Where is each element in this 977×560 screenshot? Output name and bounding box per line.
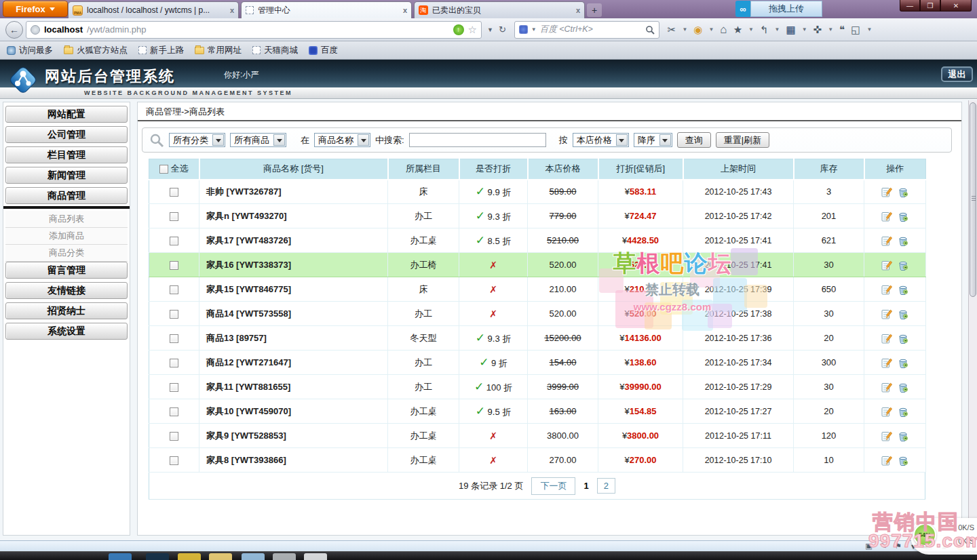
row-checkbox[interactable]	[170, 237, 178, 245]
address-bar[interactable]: localhost/ywt/admin.php ↑ ☆	[26, 21, 482, 39]
category-select[interactable]: 所有分类	[169, 133, 225, 147]
history-dropdown-icon[interactable]: ▼	[487, 26, 493, 33]
bookmarks-star-icon[interactable]: ★	[733, 24, 742, 36]
restore-button[interactable]: ❐	[920, 0, 940, 12]
delete-icon[interactable]	[898, 260, 908, 271]
delete-icon[interactable]	[898, 406, 908, 417]
row-checkbox[interactable]	[170, 456, 178, 465]
next-page-button[interactable]: 下一页	[531, 477, 575, 495]
edit-icon[interactable]	[881, 406, 892, 417]
chat-bubble-icon[interactable]: ❝	[839, 24, 845, 36]
sidebar-item-main[interactable]: 网站配置	[5, 106, 128, 123]
chevron-down-icon[interactable]: ▼	[775, 26, 780, 33]
search-engine-box[interactable]: ▼ 百度 <Ctrl+K>	[514, 21, 659, 39]
delete-icon[interactable]	[898, 431, 908, 441]
reset-refresh-button[interactable]: 重置|刷新	[716, 132, 769, 148]
row-checkbox[interactable]	[170, 261, 178, 270]
drag-upload-button[interactable]: 拖拽上传	[750, 1, 822, 17]
sidebar-item-main[interactable]: 栏目管理	[5, 146, 128, 163]
edit-icon[interactable]	[881, 308, 892, 319]
row-checkbox[interactable]	[170, 432, 178, 441]
row-checkbox[interactable]	[170, 334, 178, 343]
sidebar-item-main[interactable]: 公司管理	[5, 126, 128, 143]
query-button[interactable]: 查询	[677, 132, 711, 148]
sidebar-item-main[interactable]: 系统设置	[5, 323, 128, 340]
edit-icon[interactable]	[881, 455, 892, 466]
row-checkbox[interactable]	[170, 310, 178, 319]
search-icon[interactable]	[645, 25, 655, 35]
bookmark-tmall[interactable]: 天猫商城	[252, 45, 298, 56]
clipboard-icon[interactable]: ▤	[925, 542, 932, 551]
reload-icon[interactable]: ↻	[499, 24, 506, 35]
sort-field-select[interactable]: 本店价格	[573, 133, 629, 147]
edit-icon[interactable]	[881, 186, 892, 197]
undo-arrow-icon[interactable]: ↰	[760, 24, 769, 36]
crop-icon[interactable]: ◱	[851, 24, 860, 36]
chevron-down-icon[interactable]: ▼	[828, 26, 833, 33]
bookmark-baidu[interactable]: 百度	[309, 45, 338, 56]
row-checkbox[interactable]	[170, 359, 178, 367]
engine-dropdown-icon[interactable]: ▼	[531, 26, 537, 33]
tools-icon[interactable]: ✜	[813, 24, 822, 36]
sidebar-item-main[interactable]: 留言管理	[5, 262, 128, 279]
screenshot-icon[interactable]: ✂	[668, 24, 676, 36]
edit-icon[interactable]	[881, 284, 892, 295]
collapse-icon[interactable]: ▲	[940, 542, 948, 551]
firefox-status-icon[interactable]	[956, 542, 965, 551]
home-icon[interactable]: ⌂	[720, 23, 727, 37]
product-select[interactable]: 所有商品	[230, 133, 286, 147]
search-field-select[interactable]: 商品名称	[314, 133, 370, 147]
delete-icon[interactable]	[898, 357, 908, 368]
edit-icon[interactable]	[881, 431, 892, 441]
chevron-down-icon[interactable]: ▼	[682, 26, 687, 33]
chevron-down-icon[interactable]: ▼	[802, 26, 807, 33]
windows-taskbar[interactable]	[0, 551, 977, 560]
firefox-menu-button[interactable]: Firefox	[3, 1, 68, 17]
row-checkbox[interactable]	[170, 383, 178, 392]
bookmark-firefox-site[interactable]: 火狐官方站点	[64, 45, 128, 56]
edit-icon[interactable]	[881, 382, 892, 393]
sidebar-item-sub[interactable]: 添加商品	[5, 228, 128, 245]
bookmark-getting-started[interactable]: 新手上路	[138, 45, 184, 56]
row-checkbox[interactable]	[170, 285, 178, 294]
chevron-down-icon[interactable]: ▼	[748, 26, 754, 33]
tab-taobao-sold[interactable]: 淘 已卖出的宝贝 x	[414, 1, 585, 18]
download-arrow-icon[interactable]: ▼	[910, 542, 917, 551]
sidebar-item-main[interactable]: 新闻管理	[5, 167, 128, 184]
sort-order-select[interactable]: 降序	[634, 133, 672, 147]
sidebar-item-main[interactable]: 友情链接	[5, 282, 128, 299]
delete-icon[interactable]	[898, 308, 908, 319]
sidebar-item-main[interactable]: 商品管理	[5, 187, 128, 204]
logout-button[interactable]: 退出	[941, 66, 973, 82]
tab-close-icon[interactable]: x	[403, 6, 407, 14]
apps-grid-icon[interactable]: ▦	[786, 24, 796, 36]
delete-icon[interactable]	[898, 186, 908, 197]
delete-icon[interactable]	[898, 211, 908, 222]
edit-icon[interactable]	[881, 235, 892, 246]
edit-icon[interactable]	[881, 260, 892, 271]
keyword-input[interactable]	[409, 133, 546, 147]
tab-close-icon[interactable]: x	[230, 6, 234, 14]
popout-icon[interactable]: ▣	[865, 542, 872, 551]
chevron-down-icon[interactable]: ▼	[866, 26, 872, 33]
delete-icon[interactable]	[898, 382, 908, 393]
go-arrow-icon[interactable]: ↑	[453, 24, 464, 35]
edit-icon[interactable]	[881, 357, 892, 368]
select-all-checkbox[interactable]	[159, 165, 168, 174]
tab-close-icon[interactable]: x	[576, 6, 580, 14]
page-2-button[interactable]: 2	[597, 478, 615, 494]
edit-icon[interactable]	[881, 333, 892, 344]
delete-icon[interactable]	[898, 235, 908, 246]
bookmark-star-icon[interactable]: ☆	[468, 24, 477, 36]
scrollbar-thumb[interactable]	[970, 102, 976, 297]
delete-icon[interactable]	[898, 333, 908, 344]
flag-icon[interactable]: ⚑	[895, 542, 902, 551]
close-button[interactable]: ✕	[940, 0, 972, 12]
addon-badge-icon[interactable]: ◉	[693, 24, 702, 36]
sidebar-item-sub[interactable]: 商品分类	[5, 245, 128, 262]
frame-scrollbar[interactable]	[968, 100, 977, 540]
tab-admin-center[interactable]: 管理中心 x	[241, 1, 412, 18]
chevron-down-icon[interactable]: ▼	[708, 26, 714, 33]
minimize-button[interactable]: —	[900, 0, 920, 12]
row-checkbox[interactable]	[170, 407, 178, 416]
